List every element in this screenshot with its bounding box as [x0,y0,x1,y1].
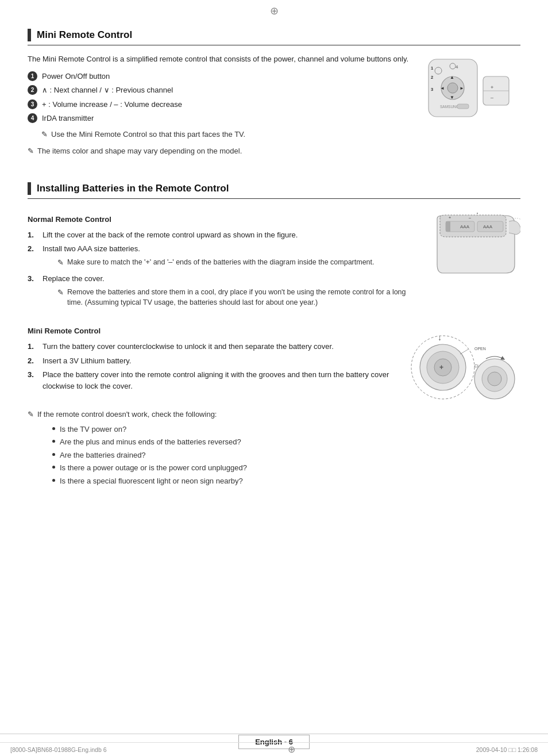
top-corner-mark: ⊕ [270,5,279,17]
section1-intro: The Mini Remote Control is a simplified … [28,53,411,65]
note-icon-2: ✎ [28,145,34,157]
svg-text:AAA: AAA [483,224,493,229]
item3-text: + : Volume increase / – : Volume decreas… [42,99,182,110]
step-num-2: 2. [28,243,38,255]
svg-text:+: + [449,216,451,220]
trouble-item-3: Are the batteries drained? [52,450,247,461]
svg-rect-20 [446,221,450,232]
svg-text:–: – [469,216,471,220]
step1-text: Lift the cover at the back of the remote… [43,229,298,241]
bottom-corner-mark: ⊕ [288,744,295,755]
note-remote-face: ✎ Use the Mini Remote Control so that th… [41,129,411,140]
troubleshoot-block: If the remote control doesn't work, chec… [37,409,247,490]
svg-text:+: + [491,85,493,90]
mini-step-1: 1. Turn the battery cover counterclockwi… [28,341,394,352]
mini-rc-row: Mini Remote Control 1. Turn the battery … [28,324,520,496]
list-item-4: 4 IrDA transmitter [28,113,411,124]
trouble-item-5: Is there a special fluorescent light or … [52,475,247,487]
num-4: 4 [28,113,37,123]
note-aaa-text: Make sure to match the '+' and '–' ends … [67,257,375,268]
normal-step-3: 3. Replace the cover. ✎ Remove the batte… [28,273,414,310]
trouble-item-4: Is there a power outage or is the power … [52,462,247,474]
note-aaa: ✎ Make sure to match the '+' and '–' end… [57,257,375,268]
spacer3 [28,397,394,403]
normal-step-1: 1. Lift the cover at the back of the rem… [28,229,414,241]
svg-rect-18 [457,104,469,109]
trouble-text-4: Is there a power outage or is the power … [60,462,247,474]
section1-text: The Mini Remote Control is a simplified … [28,53,411,163]
svg-line-32 [460,349,469,354]
svg-text:►: ► [460,86,464,91]
normal-rc-title: Normal Remote Control [28,215,414,224]
svg-text:2: 2 [431,75,433,80]
section2-bar [28,182,31,195]
svg-text:▲: ▲ [450,75,454,80]
list-item-2: 2 ∧ : Next channel / ∨ : Previous channe… [28,85,411,96]
svg-text:SAMSUNG: SAMSUNG [440,105,459,109]
bullet-3 [52,453,55,456]
note-color-shape-text: The items color and shape may vary depen… [37,145,242,157]
mini-battery-svg: + OPEN CLOSE [406,324,520,408]
mini-remote-svg: 4 ▲ ▼ ◄ ► 1 2 3 + – [423,53,520,122]
item2-text: ∧ : Next channel / ∨ : Previous channel [42,85,173,96]
mini-step3-text: Place the battery cover into the remote … [43,369,394,392]
svg-text:–: – [491,95,493,101]
mini-step-3: 3. Place the battery cover into the remo… [28,369,394,392]
trouble-text-3: Are the batteries drained? [60,450,146,461]
normal-rc-text: Normal Remote Control 1. Lift the cover … [28,213,414,317]
footer-divider [0,734,548,734]
svg-point-5 [447,83,458,93]
trouble-text-5: Is there a special fluorescent light or … [60,475,243,487]
down-arrow-icon: ∨ [104,86,110,94]
mini-rc-text: Mini Remote Control 1. Turn the battery … [28,324,394,496]
note-remote-face-text: Use the Mini Remote Control so that this… [51,129,245,140]
battery-normal-svg: AAA AAA + – [426,213,520,279]
trouble-item-2: Are the plus and minus ends of the batte… [52,436,247,448]
up-arrow-icon: ∧ [42,86,48,94]
section1-bar [28,29,31,41]
step2-text: Install two AAA size batteries. [43,244,140,253]
svg-text:↓: ↓ [438,333,442,342]
bullet-4 [52,466,55,469]
trouble-text-2: Are the plus and minus ends of the batte… [60,436,241,448]
svg-text:◄: ◄ [440,86,445,91]
normal-rc-image: AAA AAA + – [426,213,520,281]
mini-step1-text: Turn the battery cover counterclockwise … [43,341,334,352]
note-icon-trouble: ✎ [28,409,34,420]
main-content: Mini Remote Control The Mini Remote Cont… [0,11,548,538]
section2-title: Installing Batteries in the Remote Contr… [37,183,229,194]
num-3: 3 [28,99,37,109]
step-num-3: 3. [28,273,38,285]
troubleshoot-text: If the remote control doesn't work, chec… [37,410,217,419]
normal-rc-row: Normal Remote Control 1. Lift the cover … [28,213,520,317]
note-store-text: Remove the batteries and store them in a… [67,287,414,309]
page-wrapper: ⊕ Mini Remote Control The Mini Remote Co… [0,0,548,756]
footer-bottom: [8000-SA]BN68-01988G-Eng.indb 6 ⊕ 2009-0… [0,742,548,756]
note-store: ✎ Remove the batteries and store them in… [57,287,414,309]
mini-step2-text: Insert a 3V Lithium battery. [43,355,131,367]
mini-rc-steps: 1. Turn the battery cover counterclockwi… [28,341,394,392]
svg-text:OPEN: OPEN [474,347,486,351]
svg-text:4: 4 [456,64,458,70]
svg-text:+: + [439,363,443,371]
mini-rc-title: Mini Remote Control [28,327,394,335]
svg-point-36 [488,372,501,386]
item4-text: IrDA transmitter [42,113,94,124]
spacer2 [28,207,520,213]
bullet-1 [52,427,55,430]
spacer1 [28,171,520,182]
svg-text:▼: ▼ [450,95,454,100]
list-item-3: 3 + : Volume increase / – : Volume decre… [28,99,411,110]
list-item-1: 1 Power On/Off button [28,71,411,82]
note-icon-1: ✎ [41,129,48,140]
section1-content-row: The Mini Remote Control is a simplified … [28,53,520,163]
trouble-text-1: Is the TV power on? [60,424,126,435]
mini-step-num-3: 3. [28,369,38,381]
footer-left-text: [8000-SA]BN68-01988G-Eng.indb 6 [10,746,107,753]
step-num-1: 1. [28,229,38,241]
troubleshoot-list: Is the TV power on? Are the plus and min… [52,424,247,487]
mini-rc-battery-image: + OPEN CLOSE [406,324,520,409]
trouble-item-1: Is the TV power on? [52,424,247,435]
section1-title: Mini Remote Control [37,29,132,41]
bullet-2 [52,440,55,443]
